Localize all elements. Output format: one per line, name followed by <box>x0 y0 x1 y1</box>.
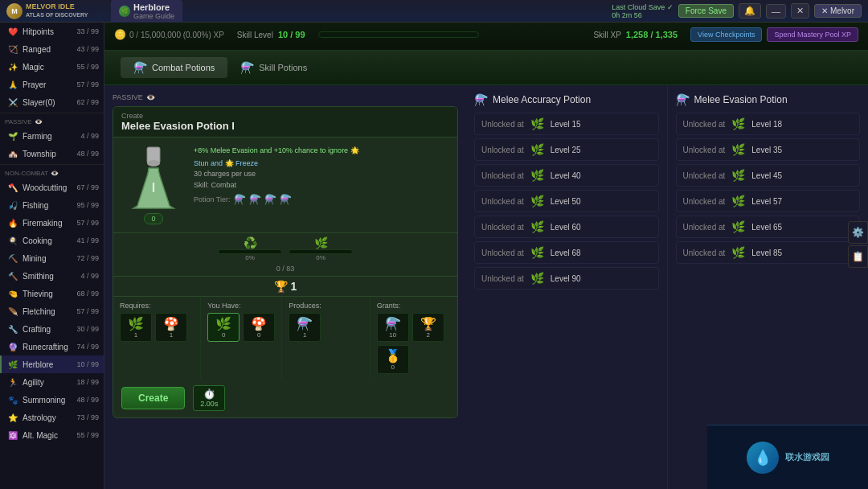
potion-image-area: I 0 <box>121 146 186 224</box>
game-logo-icon: M <box>6 3 23 19</box>
xp-bar-area: 🪙 0 / 15,000,000 (0.00%) XP <box>114 29 224 40</box>
mining-icon: ⛏️ <box>6 252 19 265</box>
produces-col: Produces: ⚗️ 1 <box>282 297 370 379</box>
skill-potions-tab[interactable]: ⚗️ Skill Potions <box>227 57 320 78</box>
have-item-2: 🍄 0 <box>243 313 275 342</box>
accuracy-unlock-icon-0: 🌿 <box>530 117 544 130</box>
passive-section: PASSIVE 👁️ <box>113 93 458 101</box>
grant-trophy: 🏆 2 <box>412 313 444 342</box>
agility-icon: 🏃 <box>6 376 19 388</box>
herblore-tab-icon: 🌿 <box>119 6 130 17</box>
sidebar-item-prayer[interactable]: 🙏 Prayer 57 / 99 <box>0 76 104 93</box>
sidebar-item-firemaking[interactable]: 🔥 Firemaking 57 / 99 <box>0 214 104 232</box>
have-shroom-icon: 🍄 <box>251 316 267 331</box>
grant-trophy-icon: 🏆 <box>420 316 436 331</box>
create-timer: ⏱️ 2.00s <box>193 385 225 411</box>
sidebar-item-fishing[interactable]: 🎣 Fishing 95 / 99 <box>0 196 104 214</box>
passive-section-label: PASSIVE 👁️ <box>0 115 104 127</box>
tier-icon-3: ⚗️ <box>264 194 276 205</box>
evasion-unlock-icon-1: 🌿 <box>731 143 745 156</box>
xp-coin-icon: 🪙 <box>114 29 126 40</box>
evasion-unlock-1: Unlocked at 🌿 Level 35 <box>676 138 861 161</box>
left-panel: PASSIVE 👁️ Create Melee Evasion Potion I <box>104 85 466 489</box>
sidebar-item-fletching[interactable]: 🪶 Fletching 57 / 99 <box>0 302 104 320</box>
create-button[interactable]: Create <box>121 387 185 409</box>
create-potion-title: Melee Evasion Potion I <box>121 120 449 132</box>
potion-skill: Skill: Combat <box>194 181 449 189</box>
ranged-icon: 🏹 <box>6 43 19 55</box>
have-herb-icon: 🌿 <box>215 316 231 331</box>
mastery-pool-button[interactable]: Spend Mastery Pool XP <box>767 27 858 42</box>
minimize-button[interactable]: — <box>766 4 786 18</box>
sidebar-item-slayer[interactable]: ⚔️ Slayer(0) 62 / 99 <box>0 93 104 111</box>
header-actions: View Checkpoints Spend Mastery Pool XP <box>690 27 858 42</box>
fletching-icon: 🪶 <box>6 305 19 318</box>
checkpoint-button[interactable]: View Checkpoints <box>690 27 762 42</box>
skill-header: 🪙 0 / 15,000,000 (0.00%) XP Skill Level … <box>104 23 868 51</box>
xp-total-text: 0 / 15,000,000 (0.00%) XP <box>129 31 224 39</box>
mastery-bar1-group: ♻️ 0% <box>218 236 282 261</box>
sidebar-item-crafting[interactable]: 🔧 Crafting 30 / 99 <box>0 320 104 338</box>
sidebar-item-woodcutting[interactable]: 🪓 Woodcutting 67 / 99 <box>0 179 104 196</box>
mastery-badge: 0 <box>144 213 162 224</box>
evasion-unlock-4: Unlocked at 🌿 Level 65 <box>676 216 861 238</box>
settings-gear-button[interactable]: ⚙️ <box>848 221 868 244</box>
noncombat-section-label: NON-COMBAT 👁️ <box>0 166 104 179</box>
sidebar-item-township[interactable]: 🏘️ Township 48 / 99 <box>0 145 104 162</box>
sidebar-item-smithing[interactable]: 🔨 Smithing 4 / 99 <box>0 267 104 285</box>
requires-col: Requires: 🌿 1 🍄 1 <box>113 297 201 379</box>
grant-gold: 🥇 0 <box>377 345 409 374</box>
force-save-button[interactable]: Force Save <box>678 4 734 18</box>
tier-icon-4: ⚗️ <box>280 194 292 205</box>
settings-extra-button[interactable]: 📋 <box>848 245 868 268</box>
melee-evasion-title-icon: ⚗️ <box>676 93 690 106</box>
sidebar-item-summoning[interactable]: 🐾 Summoning 48 / 99 <box>0 391 104 409</box>
sidebar-item-runecrafting[interactable]: 🔮 Runecrafting 74 / 99 <box>0 338 104 355</box>
melee-accuracy-column: ⚗️ Melee Accuracy Potion Unlocked at 🌿 L… <box>466 85 667 489</box>
mastery-count-value: 1 <box>291 280 297 293</box>
skill-potions-label: Skill Potions <box>259 63 307 72</box>
sidebar-item-cooking[interactable]: 🍳 Cooking 41 / 99 <box>0 232 104 249</box>
melee-evasion-title: ⚗️ Melee Evasion Potion <box>676 93 861 106</box>
watermark: 💧 联水游戏园 <box>707 425 868 489</box>
sidebar-item-astrology[interactable]: ⭐ Astrology 73 / 99 <box>0 409 104 426</box>
prayer-icon: 🙏 <box>6 78 19 91</box>
accuracy-unlock-icon-3: 🌿 <box>530 195 544 208</box>
combat-potions-tab[interactable]: ⚗️ Combat Potions <box>121 57 227 78</box>
potions-tabs: ⚗️ Combat Potions ⚗️ Skill Potions <box>104 51 868 85</box>
logo-text: MELVOR IDLEATLAS OF DISCOVERY <box>26 3 88 19</box>
sidebar-item-hitpoints[interactable]: ❤️ Hitpoints 33 / 99 <box>0 23 104 40</box>
accuracy-unlock-3: Unlocked at 🌿 Level 50 <box>474 190 659 212</box>
skill-level-box: Skill Level 10 / 99 <box>237 30 305 39</box>
sidebar-item-ranged[interactable]: 🏹 Ranged 43 / 99 <box>0 40 104 58</box>
user-menu-button[interactable]: ✕ Melvor <box>814 4 862 18</box>
sidebar-item-mining[interactable]: ⛏️ Mining 72 / 99 <box>0 249 104 267</box>
requires-items: 🌿 1 🍄 1 <box>120 313 194 342</box>
logo-area: M MELVOR IDLEATLAS OF DISCOVERY <box>6 3 111 19</box>
sidebar-item-thieving[interactable]: 🤏 Thieving 68 / 99 <box>0 285 104 302</box>
grants-col: Grants: ⚗️ 10 🏆 2 <box>371 297 457 379</box>
herblore-tab[interactable]: 🌿 Herblore Game Guide <box>111 0 182 23</box>
sidebar-item-farming[interactable]: 🌱 Farming 4 / 99 <box>0 127 104 145</box>
skill-xp-box: Skill XP 1,258 / 1,335 <box>593 30 678 39</box>
melee-accuracy-title: ⚗️ Melee Accuracy Potion <box>474 93 659 106</box>
timer-clock-icon: ⏱️ <box>203 388 215 400</box>
smithing-icon: 🔨 <box>6 269 19 282</box>
evasion-unlock-5: Unlocked at 🌿 Level 85 <box>676 241 861 264</box>
grants-label: Grants: <box>377 302 451 310</box>
close-button[interactable]: ✕ <box>791 3 809 18</box>
tab-title: Herblore <box>133 2 174 12</box>
produce-item-1: ⚗️ 1 <box>289 313 321 342</box>
sidebar-item-herblore[interactable]: 🌿 Herblore 10 / 99 <box>0 355 104 373</box>
hitpoints-icon: ❤️ <box>6 25 19 38</box>
sidebar-item-alt-magic[interactable]: 🔯 Alt. Magic 55 / 99 <box>0 426 104 444</box>
mastery-bar2-pct: 0% <box>316 254 326 261</box>
grant-medal-icon: 🥇 <box>385 348 401 364</box>
sidebar-item-agility[interactable]: 🏃 Agility 18 / 99 <box>0 373 104 391</box>
require-item-2: 🍄 1 <box>155 313 187 342</box>
evasion-unlock-icon-4: 🌿 <box>731 220 745 233</box>
mastery-bar1-pct: 0% <box>245 254 255 261</box>
thieving-icon: 🤏 <box>6 287 19 300</box>
bell-button[interactable]: 🔔 <box>739 3 761 18</box>
sidebar-item-magic[interactable]: ✨ Magic 55 / 99 <box>0 58 104 76</box>
